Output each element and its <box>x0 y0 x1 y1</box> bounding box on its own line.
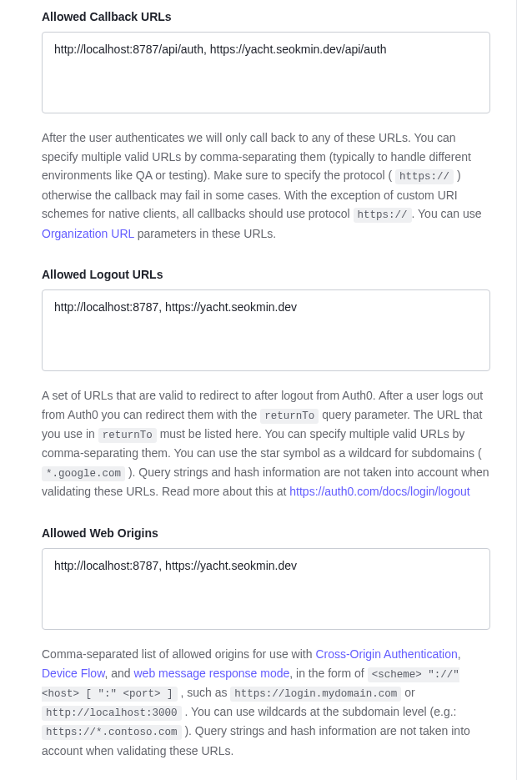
link-organization-url[interactable]: Organization URL <box>42 227 134 240</box>
label-allowed-logout-urls: Allowed Logout URLs <box>42 268 490 281</box>
inline-code: https://*.contoso.com <box>42 725 182 740</box>
link-cross-origin-auth[interactable]: Cross-Origin Authentication <box>315 647 457 661</box>
help-allowed-web-origins: Comma-separated list of allowed origins … <box>42 645 490 760</box>
field-allowed-logout-urls: Allowed Logout URLs A set of URLs that a… <box>42 268 490 501</box>
inline-code: http://localhost:3000 <box>42 706 182 721</box>
field-allowed-callback-urls: Allowed Callback URLs After the user aut… <box>42 10 490 243</box>
help-text-segment: , in the form of <box>289 667 367 680</box>
help-text-segment: . You can use <box>412 207 482 220</box>
inline-code: returnTo <box>98 428 157 443</box>
input-allowed-logout-urls[interactable] <box>42 289 490 371</box>
help-allowed-callback-urls: After the user authenticates we will onl… <box>42 128 490 243</box>
inline-code: https://login.mydomain.com <box>230 687 401 702</box>
label-allowed-callback-urls: Allowed Callback URLs <box>42 10 490 23</box>
right-border-divider <box>516 0 517 780</box>
help-text-segment: or <box>404 686 414 699</box>
help-allowed-logout-urls: A set of URLs that are valid to redirect… <box>42 386 490 501</box>
inline-code: returnTo <box>260 409 319 424</box>
link-web-message-response[interactable]: web message response mode <box>134 667 290 680</box>
help-text-segment: Comma-separated list of allowed origins … <box>42 647 315 661</box>
link-device-flow[interactable]: Device Flow <box>42 667 104 680</box>
input-allowed-callback-urls[interactable] <box>42 32 490 113</box>
help-text-segment: , such as <box>180 686 230 699</box>
help-text-segment: . You can use wildcards at the subdomain… <box>184 705 456 718</box>
link-logout-docs[interactable]: https://auth0.com/docs/login/logout <box>289 485 469 498</box>
help-text-segment: , and <box>104 667 133 680</box>
inline-code: https:// <box>354 208 412 223</box>
help-text-segment: , <box>458 647 461 661</box>
inline-code: https:// <box>395 169 454 184</box>
label-allowed-web-origins: Allowed Web Origins <box>42 526 490 540</box>
input-allowed-web-origins[interactable] <box>42 548 490 630</box>
field-allowed-web-origins: Allowed Web Origins Comma-separated list… <box>42 526 490 760</box>
help-text-segment: parameters in these URLs. <box>134 227 276 240</box>
inline-code: *.google.com <box>42 466 125 481</box>
